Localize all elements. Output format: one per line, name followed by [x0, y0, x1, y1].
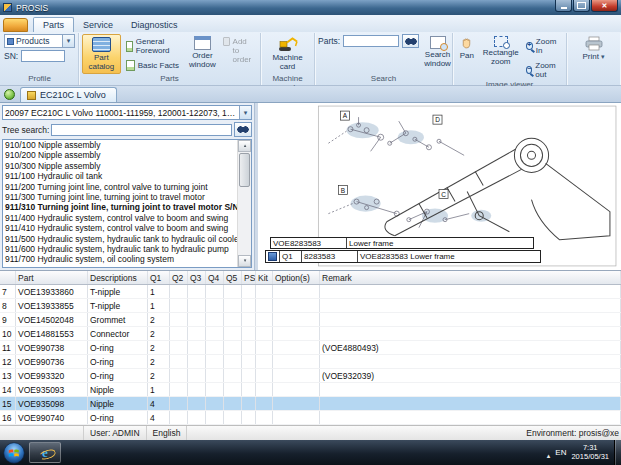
group-parts: Part catalog General Foreword Basic Fact…	[79, 33, 261, 85]
q1-cell: 2	[148, 313, 170, 326]
tooltip-ref-number: 8283583	[302, 251, 358, 262]
tree-scrollbar[interactable]	[237, 140, 251, 267]
scroll-down-icon[interactable]	[238, 255, 251, 267]
tray-language-indicator[interactable]: EN	[555, 448, 566, 457]
application-menu-button[interactable]	[3, 18, 28, 32]
part-tooltip-row[interactable]: Q1 8283583 VOE8283583 Lower frame	[265, 250, 541, 263]
tray-clock[interactable]: 7:31 2015/05/31	[571, 444, 609, 461]
desc-cell: O-ring	[88, 341, 148, 354]
status-spacer	[187, 426, 520, 440]
header-q1[interactable]: Q1	[148, 271, 170, 284]
status-language: English	[147, 426, 188, 440]
zoom-in-button[interactable]: Zoom In	[524, 36, 563, 56]
parts-search-go-button[interactable]	[402, 34, 419, 48]
add-to-order-button[interactable]: Add to order	[221, 34, 257, 65]
tray-overflow-icon[interactable]	[547, 444, 551, 462]
tab-diagnostics[interactable]: Diagnostics	[122, 18, 187, 32]
scrollbar-thumb[interactable]	[239, 153, 250, 187]
header-rownum[interactable]	[0, 271, 16, 284]
tree-search-button[interactable]	[234, 122, 252, 137]
start-button[interactable]	[3, 442, 25, 464]
show-desktop-button[interactable]	[614, 440, 621, 465]
header-remark[interactable]: Remark	[320, 271, 621, 284]
order-window-button[interactable]: Order window	[187, 34, 218, 71]
tree-item[interactable]: 911/700 Hydraulic system, oil cooling sy…	[5, 254, 237, 264]
group-label-parts: Parts	[82, 74, 257, 85]
tree-search-input[interactable]	[51, 124, 232, 136]
print-button[interactable]: Print	[575, 34, 613, 64]
tree-item[interactable]: 910/100 Nipple assembly	[5, 140, 237, 150]
part-cell: VOE14881553	[16, 327, 88, 340]
tree-item[interactable]: 911/600 Hydraulic system, hydraulic tank…	[5, 244, 237, 254]
row-number: 9	[0, 313, 16, 326]
group-search: Parts: Search window Search	[315, 33, 453, 85]
minimize-button[interactable]	[555, 0, 572, 12]
tree-item[interactable]: 911/300 Turning joint line, turning join…	[5, 192, 237, 202]
tooltip-part-name: Lower frame	[347, 238, 533, 248]
title-bar[interactable]: PROSIS	[0, 0, 621, 15]
q1-cell: 2	[148, 341, 170, 354]
desc-cell: Grommet	[88, 313, 148, 326]
basic-facts-button[interactable]: Basic Facts	[124, 59, 184, 72]
header-q2[interactable]: Q2	[170, 271, 188, 284]
table-row[interactable]: 7 VOE13933860 T-nipple 1	[0, 285, 621, 299]
desc-cell: Nipple	[88, 383, 148, 396]
header-ps[interactable]: PS	[242, 271, 256, 284]
table-row[interactable]: 14 VOE935093 Nipple 1	[0, 383, 621, 397]
status-bar: User: ADMIN English Environment: prosis@…	[0, 425, 621, 440]
products-dropdown[interactable]: Products	[4, 34, 75, 48]
machine-card-button[interactable]: Machine card	[265, 34, 311, 73]
table-row[interactable]: 12 VOE990736 O-ring 2	[0, 355, 621, 369]
parts-search-input[interactable]	[343, 35, 399, 47]
tree-item-selected[interactable]: 911/310 Turning joint line, turning join…	[5, 202, 237, 212]
table-row[interactable]: 8 VOE13933855 T-nipple 1	[0, 299, 621, 313]
rectangle-zoom-button[interactable]: Rectangle zoom	[481, 34, 521, 68]
header-descriptions[interactable]: Descriptions	[88, 271, 148, 284]
app-icon	[3, 3, 12, 12]
table-row-selected[interactable]: 15 VOE935098 Nipple 4	[0, 397, 621, 411]
header-kit[interactable]: Kit	[256, 271, 273, 284]
tab-parts[interactable]: Parts	[33, 17, 74, 32]
header-options[interactable]: Option(s)	[273, 271, 320, 284]
maximize-button[interactable]	[573, 0, 590, 12]
doc-tab-ec210c[interactable]: EC210C L Volvo	[20, 87, 117, 102]
part-cell: VOE990736	[16, 355, 88, 368]
print-label: Print	[583, 53, 599, 62]
header-part[interactable]: Part	[16, 271, 88, 284]
table-row[interactable]: 10 VOE14881553 Connector 2	[0, 327, 621, 341]
zoom-out-button[interactable]: Zoom out	[524, 60, 563, 80]
tab-service[interactable]: Service	[74, 18, 122, 32]
table-row[interactable]: 9 VOE14502048 Grommet 2	[0, 313, 621, 327]
search-window-button[interactable]: Search window	[422, 34, 453, 70]
tree-item[interactable]: 911/500 Hydraulic system, hydraulic tank…	[5, 234, 237, 244]
table-row[interactable]: 16 VOE990740 O-ring 4	[0, 411, 621, 425]
header-q4[interactable]: Q4	[206, 271, 224, 284]
tree-item[interactable]: 911/410 Hydraulic system, control valve …	[5, 223, 237, 233]
table-row[interactable]: 13 VOE993320 O-ring 2 (VOE932039)	[0, 369, 621, 383]
group-image-viewer: Pan Rectangle zoom Zoom In Zoom out	[453, 33, 567, 85]
image-viewer[interactable]: A D B C VOE8283583 Lower frame Q1 828358…	[258, 103, 621, 270]
tree-item[interactable]: 910/300 Nipple assembly	[5, 161, 237, 171]
pan-button[interactable]: Pan	[456, 34, 478, 63]
table-row[interactable]: 11 VOE990738 O-ring 2 (VOE4880493)	[0, 341, 621, 355]
part-image-icon	[266, 251, 280, 262]
header-q3[interactable]: Q3	[188, 271, 206, 284]
chevron-down-icon[interactable]	[62, 35, 74, 47]
close-button[interactable]	[591, 0, 618, 12]
scroll-up-icon[interactable]	[238, 140, 251, 152]
model-selector[interactable]: 20097 EC210C L Volvo 110001-111959, 1200…	[2, 105, 252, 120]
ribbon-tab-strip: Parts Service Diagnostics	[0, 15, 621, 32]
desc-cell: T-nipple	[88, 285, 148, 298]
parts-grid: Part Descriptions Q1 Q2 Q3 Q4 Q5 PS Kit …	[0, 270, 621, 425]
ie-taskbar-button[interactable]: e	[29, 442, 61, 463]
tree-item[interactable]: 910/200 Nipple assembly	[5, 150, 237, 160]
part-catalog-button[interactable]: Part catalog	[82, 34, 121, 74]
sn-input[interactable]	[21, 50, 65, 62]
chevron-down-icon[interactable]	[239, 106, 251, 119]
general-foreword-button[interactable]: General Foreword	[124, 36, 184, 56]
nav-home-icon[interactable]	[4, 89, 15, 100]
tree-item[interactable]: 911/100 Hydraulic oil tank	[5, 171, 237, 181]
header-q5[interactable]: Q5	[224, 271, 242, 284]
tree-item[interactable]: 911/200 Turning joint line, control valv…	[5, 182, 237, 192]
tree-item[interactable]: 911/400 Hydraulic system, control valve …	[5, 213, 237, 223]
